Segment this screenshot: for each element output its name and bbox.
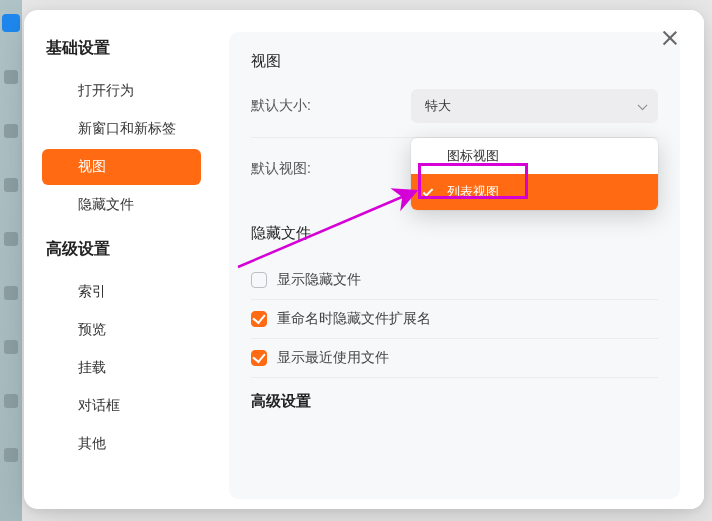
sidebar-item-preview[interactable]: 预览 [42,312,201,348]
check-icon [423,186,434,197]
label-default-size: 默认大小: [251,97,411,115]
sidebar-item-other[interactable]: 其他 [42,426,201,462]
select-value: 特大 [425,98,451,113]
section-title-advanced: 高级设置 [251,392,658,411]
checkbox-label: 重命名时隐藏文件扩展名 [277,310,431,328]
checkbox-label: 显示隐藏文件 [277,271,361,289]
sidebar-group-basic: 基础设置 打开行为 新窗口和新标签 视图 隐藏文件 [24,38,209,223]
sidebar-group-advanced: 高级设置 索引 预览 挂载 对话框 其他 [24,239,209,462]
dropdown-default-view: 图标视图 列表视图 [411,138,658,210]
dropdown-item-label: 图标视图 [447,148,499,163]
sidebar-item-index[interactable]: 索引 [42,274,201,310]
checkbox-row-show-hidden[interactable]: 显示隐藏文件 [251,261,658,300]
checkbox-row-show-recent[interactable]: 显示最近使用文件 [251,339,658,378]
app-icon [2,14,20,32]
close-icon[interactable] [660,28,680,48]
sidebar-item-mount[interactable]: 挂载 [42,350,201,386]
label-default-view: 默认视图: [251,160,411,178]
content-area: 视图 默认大小: 特大 默认视图: 图标视图 [209,10,704,509]
row-default-size: 默认大小: 特大 [251,89,658,138]
section-title-hidden: 隐藏文件 [251,224,658,243]
checkbox-icon[interactable] [251,311,267,327]
checkbox-icon[interactable] [251,350,267,366]
section-title-view: 视图 [251,52,658,71]
checkbox-icon[interactable] [251,272,267,288]
sidebar-group-title: 高级设置 [24,239,209,272]
dropdown-item-icon-view[interactable]: 图标视图 [411,138,658,174]
sidebar-item-new-window-tab[interactable]: 新窗口和新标签 [42,111,201,147]
sidebar-group-title: 基础设置 [24,38,209,71]
select-default-size[interactable]: 特大 [411,89,658,123]
checkbox-label: 显示最近使用文件 [277,349,389,367]
row-default-view: 默认视图: 图标视图 列表视图 [251,152,658,192]
settings-panel: 视图 默认大小: 特大 默认视图: 图标视图 [229,32,680,499]
chevron-down-icon [638,100,648,110]
dropdown-item-label: 列表视图 [447,184,499,199]
settings-modal: 基础设置 打开行为 新窗口和新标签 视图 隐藏文件 高级设置 索引 预览 挂载 … [24,10,704,509]
sidebar-item-hidden-files[interactable]: 隐藏文件 [42,187,201,223]
sidebar: 基础设置 打开行为 新窗口和新标签 视图 隐藏文件 高级设置 索引 预览 挂载 … [24,10,209,509]
sidebar-item-view[interactable]: 视图 [42,149,201,185]
dropdown-item-list-view[interactable]: 列表视图 [411,174,658,210]
checkbox-row-hide-ext-on-rename[interactable]: 重命名时隐藏文件扩展名 [251,300,658,339]
sidebar-item-dialog[interactable]: 对话框 [42,388,201,424]
background-dock-icons [4,70,18,462]
sidebar-item-open-behavior[interactable]: 打开行为 [42,73,201,109]
